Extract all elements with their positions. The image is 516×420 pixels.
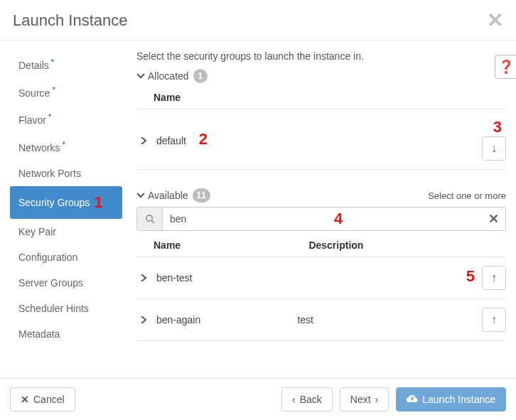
sidebar-item-label: Server Groups <box>18 277 83 289</box>
sidebar-item-label: Key Pair <box>18 226 56 237</box>
available-row-description: test <box>291 299 456 341</box>
launch-label: Launch Instance <box>422 394 495 405</box>
search-icon-box[interactable] <box>137 208 163 230</box>
sidebar-item-label: Source <box>18 85 55 99</box>
svg-point-0 <box>146 215 152 222</box>
sidebar-item-metadata[interactable]: Metadata <box>10 321 122 347</box>
available-row: ben-test 5 ↑ <box>136 257 506 299</box>
allocated-table: Name default 2 3 ↓ <box>136 86 506 170</box>
search-input[interactable] <box>163 208 481 230</box>
available-toggle[interactable]: Available 11 <box>136 188 210 203</box>
chevron-right-icon: › <box>375 394 379 405</box>
sidebar-item-flavor[interactable]: Flavor <box>10 105 122 133</box>
sidebar-item-details[interactable]: Details <box>10 50 122 78</box>
available-row-name: ben-test <box>156 272 193 284</box>
annotation-5: 5 <box>466 267 475 285</box>
sidebar-item-label: Scheduler Hints <box>18 303 89 314</box>
available-label: Available <box>148 190 188 201</box>
available-table: Name Description ben-test 5 <box>136 234 506 341</box>
sidebar-item-security-groups[interactable]: Security Groups 1 <box>10 186 122 219</box>
chevron-down-icon <box>136 72 145 80</box>
chevron-right-icon <box>140 274 147 281</box>
available-row-name: ben-again <box>156 314 200 325</box>
row-expander[interactable] <box>136 274 151 281</box>
sidebar-item-label: Network Ports <box>18 168 81 179</box>
available-row: ben-again test ↑ <box>136 299 506 341</box>
main-pane: ❓ Select the security groups to launch t… <box>128 50 506 347</box>
search-icon <box>145 214 155 224</box>
cancel-label: Cancel <box>33 394 65 405</box>
search-bar: 4 ✕ <box>136 207 506 231</box>
annotation-2: 2 <box>199 130 208 148</box>
available-header: Available 11 Select one or more <box>136 188 506 203</box>
arrow-down-icon: ↓ <box>491 142 497 155</box>
help-icon: ❓ <box>498 59 514 75</box>
arrow-up-icon: ↑ <box>491 271 497 284</box>
cancel-button[interactable]: ✕ Cancel <box>10 387 75 411</box>
sidebar-item-scheduler-hints[interactable]: Scheduler Hints <box>10 296 122 321</box>
allocate-button[interactable]: ↑ <box>482 308 506 332</box>
sidebar-item-key-pair[interactable]: Key Pair <box>10 219 122 244</box>
chevron-left-icon: ‹ <box>292 394 296 405</box>
allocated-header[interactable]: Allocated 1 <box>136 69 506 83</box>
allocated-row: default 2 3 ↓ <box>136 109 506 170</box>
deallocate-button[interactable]: ↓ <box>482 136 506 161</box>
clear-search-button[interactable]: ✕ <box>481 208 505 230</box>
dialog-footer: ✕ Cancel ‹ Back Next › Launch Instance <box>0 378 516 420</box>
sidebar-item-label: Metadata <box>18 328 60 340</box>
close-icon[interactable]: ✕ <box>487 14 503 27</box>
sidebar-item-network-ports[interactable]: Network Ports <box>10 161 122 186</box>
available-col-name: Name <box>136 234 291 257</box>
dialog-header: Launch Instance ✕ <box>0 0 516 41</box>
chevron-right-icon <box>140 316 147 323</box>
help-button[interactable]: ❓ <box>495 55 516 79</box>
available-count-badge: 11 <box>193 188 210 203</box>
allocated-col-name: Name <box>136 86 463 109</box>
sidebar-item-label: Details <box>18 58 54 71</box>
back-label: Back <box>300 394 322 405</box>
sidebar-item-label: Configuration <box>18 252 77 263</box>
allocate-button[interactable]: ↑ <box>482 266 506 290</box>
launch-instance-button[interactable]: Launch Instance <box>396 387 506 411</box>
cloud-upload-icon <box>407 394 418 405</box>
sidebar-item-label: Networks <box>18 140 65 154</box>
sidebar-item-label: Security Groups <box>18 197 90 208</box>
sidebar-item-networks[interactable]: Networks <box>10 133 122 161</box>
wizard-sidebar: Details Source Flavor Networks Network P… <box>10 50 128 347</box>
allocated-label: Allocated <box>148 70 189 82</box>
allocated-count-badge: 1 <box>193 69 208 83</box>
available-col-description: Description <box>291 234 456 257</box>
sidebar-item-label: Flavor <box>18 112 51 126</box>
chevron-down-icon <box>136 191 145 200</box>
available-row-description <box>291 257 456 299</box>
sidebar-item-source[interactable]: Source <box>10 78 122 106</box>
arrow-up-icon: ↑ <box>491 313 497 326</box>
annotation-1: 1 <box>94 193 102 212</box>
dialog-title: Launch Instance <box>13 11 127 30</box>
select-hint: Select one or more <box>428 190 506 201</box>
svg-line-1 <box>151 220 154 223</box>
instruction-text: Select the security groups to launch the… <box>136 50 506 62</box>
sidebar-item-server-groups[interactable]: Server Groups <box>10 270 122 296</box>
close-icon: ✕ <box>21 394 29 405</box>
next-label: Next <box>350 394 371 405</box>
row-expander[interactable] <box>136 316 151 323</box>
sidebar-item-configuration[interactable]: Configuration <box>10 244 122 270</box>
row-expander[interactable] <box>136 137 151 144</box>
back-button[interactable]: ‹ Back <box>281 387 333 411</box>
next-button[interactable]: Next › <box>340 387 389 411</box>
dialog-body: Details Source Flavor Networks Network P… <box>0 41 516 347</box>
annotation-3: 3 <box>493 118 502 136</box>
chevron-right-icon <box>140 137 147 144</box>
footer-right: ‹ Back Next › Launch Instance <box>281 387 506 411</box>
allocated-row-name: default <box>156 135 186 146</box>
close-icon: ✕ <box>488 211 499 227</box>
